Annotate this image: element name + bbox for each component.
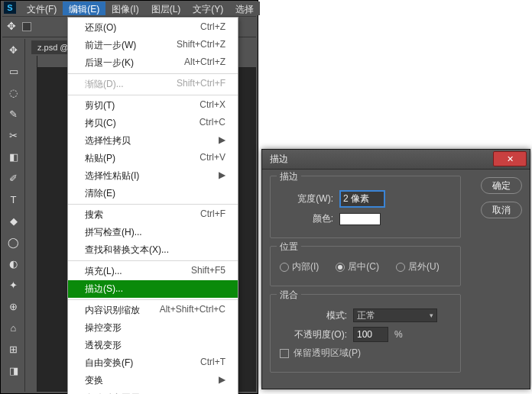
tool-8[interactable]: ◆ <box>6 213 21 228</box>
blend-fieldset: 混合 模式: 正常 ▾ 不透明度(O): 100 % 保留透明区域(P) <box>270 294 461 373</box>
dialog-body: 确定 取消 描边 宽度(W): 2 像素 颜色: 位置 内部(I)居中(C)居外… <box>270 176 522 381</box>
dialog-titlebar[interactable]: 描边 ✕ <box>262 150 530 170</box>
tool-3[interactable]: ✎ <box>6 106 21 121</box>
menu-edit[interactable]: 编辑(E) <box>63 2 105 15</box>
tool-12[interactable]: ⊕ <box>6 299 21 314</box>
menu-item[interactable]: 描边(S)... <box>68 280 238 298</box>
tool-6[interactable]: ✐ <box>6 170 21 186</box>
tool-4[interactable]: ✂ <box>6 128 21 143</box>
color-swatch[interactable] <box>339 213 381 225</box>
menu-item[interactable]: 前进一步(W)Shift+Ctrl+Z <box>68 37 238 54</box>
menu-item[interactable]: 剪切(T)Ctrl+X <box>68 97 238 115</box>
menu-file[interactable]: 文件(F) <box>21 2 63 15</box>
menu-item: 自动对齐图层... <box>68 389 238 394</box>
tool-1[interactable]: ▭ <box>6 63 21 79</box>
menu-layer[interactable]: 图层(L) <box>145 2 187 15</box>
tool-5[interactable]: ◧ <box>6 149 21 164</box>
tool-14[interactable]: ⊞ <box>6 341 21 357</box>
opacity-label: 不透明度(O): <box>280 328 347 341</box>
menu-item[interactable]: 内容识别缩放Alt+Shift+Ctrl+C <box>68 302 238 319</box>
move-tool-icon <box>7 21 18 32</box>
chevron-down-icon: ▾ <box>430 312 433 319</box>
width-label: 宽度(W): <box>280 192 333 205</box>
radio-icon <box>336 263 345 272</box>
menu-item[interactable]: 透视变形 <box>68 337 238 354</box>
toolbox: ✥▭◌✎✂◧✐T◆◯◐✦⊕⌂⊞◨ <box>2 39 25 392</box>
menu-item[interactable]: 拼写检查(H)... <box>68 224 238 241</box>
tool-9[interactable]: ◯ <box>6 234 21 250</box>
mode-value: 正常 <box>357 309 375 322</box>
menu-image[interactable]: 图像(I) <box>105 2 144 15</box>
menu-item[interactable]: 粘贴(P)Ctrl+V <box>68 150 238 167</box>
radio-label: 居外(U) <box>408 260 440 273</box>
menu-item[interactable]: 后退一步(K)Alt+Ctrl+Z <box>68 54 238 72</box>
mode-select[interactable]: 正常 ▾ <box>353 308 437 322</box>
dialog-title: 描边 <box>270 153 288 166</box>
position-radio-1[interactable]: 居中(C) <box>336 260 379 273</box>
opacity-unit: % <box>394 329 403 340</box>
stroke-legend: 描边 <box>277 170 301 183</box>
position-fieldset: 位置 内部(I)居中(C)居外(U) <box>270 246 461 286</box>
menu-item[interactable]: 变换▶ <box>68 372 238 389</box>
tool-0[interactable]: ✥ <box>6 42 21 57</box>
stroke-fieldset: 描边 宽度(W): 2 像素 颜色: <box>270 176 461 238</box>
menubar: 文件(F) 编辑(E) 图像(I) 图层(L) 文字(Y) 选择 <box>21 2 260 15</box>
auto-select-check[interactable] <box>22 22 31 31</box>
ruler-vertical <box>25 56 37 392</box>
blend-legend: 混合 <box>277 289 301 302</box>
tool-15[interactable]: ◨ <box>6 363 21 378</box>
radio-icon <box>280 263 289 272</box>
color-label: 颜色: <box>280 212 333 225</box>
tool-10[interactable]: ◐ <box>6 256 21 271</box>
preserve-label: 保留透明区域(P) <box>294 347 361 360</box>
checkbox-icon <box>280 349 289 358</box>
menu-item[interactable]: 拷贝(C)Ctrl+C <box>68 115 238 132</box>
menu-item[interactable]: 自由变换(F)Ctrl+T <box>68 354 238 372</box>
tool-11[interactable]: ✦ <box>6 277 21 292</box>
menu-item[interactable]: 操控变形 <box>68 319 238 337</box>
tool-7[interactable]: T <box>6 192 21 207</box>
mode-label: 模式: <box>280 309 347 322</box>
menu-item[interactable]: 还原(O)Ctrl+Z <box>68 19 238 37</box>
ok-button[interactable]: 确定 <box>481 177 522 194</box>
stroke-dialog: 描边 ✕ 确定 取消 描边 宽度(W): 2 像素 颜色: 位置 内部(I)居中… <box>261 149 530 389</box>
width-input[interactable]: 2 像素 <box>339 190 385 208</box>
menu-item[interactable]: 填充(L)...Shift+F5 <box>68 263 238 280</box>
menu-item[interactable]: 搜索Ctrl+F <box>68 206 238 224</box>
menu-item[interactable]: 清除(E) <box>68 185 238 202</box>
menu-item[interactable]: 查找和替换文本(X)... <box>68 241 238 259</box>
radio-icon <box>396 263 405 272</box>
tool-13[interactable]: ⌂ <box>6 320 21 335</box>
menu-item[interactable]: 选择性粘贴(I)▶ <box>68 167 238 185</box>
opacity-input[interactable]: 100 <box>353 327 388 342</box>
tool-2[interactable]: ◌ <box>6 85 21 100</box>
close-icon[interactable]: ✕ <box>493 151 527 166</box>
menu-item[interactable]: 选择性拷贝▶ <box>68 132 238 150</box>
radio-label: 内部(I) <box>292 260 319 273</box>
radio-label: 居中(C) <box>348 260 379 273</box>
menu-select[interactable]: 选择 <box>229 2 260 15</box>
menu-item: 渐隐(D)...Shift+Ctrl+F <box>68 76 238 93</box>
position-legend: 位置 <box>277 241 301 254</box>
edit-menu-dropdown: 还原(O)Ctrl+Z前进一步(W)Shift+Ctrl+Z后退一步(K)Alt… <box>67 17 238 394</box>
menu-type[interactable]: 文字(Y) <box>187 2 229 15</box>
position-radio-2[interactable]: 居外(U) <box>396 260 440 273</box>
preserve-checkbox[interactable]: 保留透明区域(P) <box>280 347 451 360</box>
cancel-button[interactable]: 取消 <box>481 202 522 218</box>
ps-logo: S <box>4 2 16 14</box>
position-radio-0[interactable]: 内部(I) <box>280 260 319 273</box>
